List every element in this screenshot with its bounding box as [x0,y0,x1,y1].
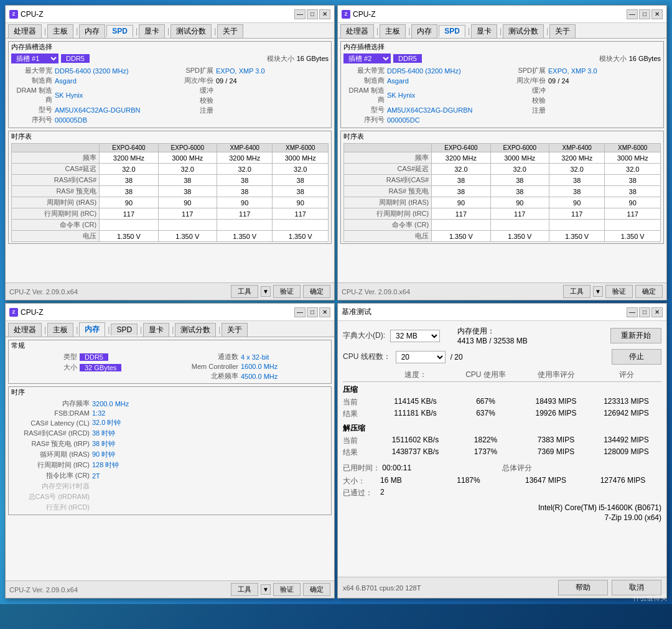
col-speed: 速度： [380,370,450,380]
spd-ext-value-1: EXPO, XMP 3.0 [216,67,265,75]
slot-section-title-2: 内存插槽选择 [341,42,663,52]
version-3: CPU-Z Ver. 2.09.0.x64 [9,586,78,594]
compress-result-label: 结果 [343,409,380,419]
tab-board-2[interactable]: 主板 [380,24,406,38]
minimize-btn-2[interactable]: — [627,9,638,19]
window-content-3: 常规 类型 DDR5 大小 32 GBytes [6,337,334,580]
th-xmp6000-1: XMP-6000 [273,144,329,152]
tool-dropdown-3[interactable]: ▼ [261,584,271,595]
stop-btn[interactable]: 停止 [612,349,661,365]
timing-section-3: 时序 内存频率 3200.0 MHz FSB:DRAM 1:32 [8,386,332,515]
tab-spd-2[interactable]: SPD [439,25,465,37]
tab-gpu-3[interactable]: 显卡 [143,323,169,337]
elapsed-label: 已用时间： [343,464,380,472]
reg-label-1: 注册 [172,106,216,115]
benchmark-title-bar: 基准测试 — □ ✕ [338,304,666,321]
cpuz-icon-2: Z [342,10,350,19]
tab-gpu-2[interactable]: 显卡 [471,24,497,38]
ok-btn-1[interactable]: 确定 [303,285,330,298]
tab-bench-3[interactable]: 测试分数 [175,323,216,337]
dram-mfr-value-1: SK Hynix [55,91,83,99]
tab-board-1[interactable]: 主板 [47,24,73,38]
decompress-title: 解压缩 [343,423,661,434]
verify-btn-3[interactable]: 验证 [273,583,301,596]
dict-size-select[interactable]: 32 MB [390,330,440,342]
tool-btn-3[interactable]: 工具 [231,583,258,596]
tab-memory-3[interactable]: 内存 [79,322,105,337]
tab-about-2[interactable]: 关于 [549,24,576,38]
compress-current-score: 18493 MIPS [521,397,591,408]
cpu-threads-select[interactable]: 20 [396,351,446,363]
mfr-label-1: 制造商 [11,76,55,85]
tool-dropdown-1[interactable]: ▼ [261,286,271,297]
tool-btn-1[interactable]: 工具 [231,285,258,298]
tab-spd-1[interactable]: SPD [106,25,133,37]
tab-bar-1: 处理器 | 主板 | 内存 SPD | 显卡 | 测试分数 | 关于 [6,23,334,39]
cpuz-icon-3: Z [9,308,18,317]
tab-board-3[interactable]: 主板 [47,323,73,337]
decompress-result-label: 结果 [343,447,380,458]
decompress-result-cpu: 1737% [450,447,521,458]
bench-content: 字典大小(D): 32 MB 内存使用： 4413 MB / 32538 MB … [338,321,666,577]
tab-memory-1[interactable]: 内存 [79,24,105,38]
verify-btn-1[interactable]: 验证 [273,285,301,298]
cpu-name: Intel(R) Core(TM) i5-14600K (B0671) [343,503,661,512]
tab-bar-3: 处理器 | 主板 | 内存 | SPD | 显卡 | 测试分数 | 关于 [6,321,334,337]
ok-btn-2[interactable]: 确定 [635,285,663,298]
footer-3: CPU-Z Ver. 2.09.0.x64 工具 ▼ 验证 确定 [6,580,334,598]
help-btn[interactable]: 帮助 [558,580,608,595]
tab-bench-1[interactable]: 测试分数 [170,24,212,38]
dram-mfr-label-1: DRAM 制造商 [11,86,55,105]
maximize-btn-3[interactable]: □ [307,307,318,317]
maximize-btn-2[interactable]: □ [639,9,650,19]
timing-section-2: 时序表 EXPO-6400 EXPO-6000 XMP-6400 XMP-600… [340,131,664,244]
tab-processor-2[interactable]: 处理器 [340,24,374,38]
window-title-2: CPU-Z [353,10,376,19]
benchmark-title: 基准测试 [342,307,371,317]
tab-about-3[interactable]: 关于 [222,323,248,337]
slot-select-2[interactable]: 插槽 #2 [343,54,391,63]
slot-section-title-1: 内存插槽选择 [9,42,331,52]
close-btn-1[interactable]: ✕ [319,9,330,19]
spd-ext-label-1: SPD扩展 [172,66,216,75]
ok-btn-3[interactable]: 确定 [303,583,330,596]
th-xmp6400-1: XMP-6400 [217,144,272,152]
col-cpu: CPU 使用率 [450,370,521,380]
timing-table-2: EXPO-6400 EXPO-6000 XMP-6400 XMP-6000 频率… [343,143,661,242]
close-btn-3[interactable]: ✕ [319,307,330,317]
tab-gpu-1[interactable]: 显卡 [139,24,165,38]
tab-processor-3[interactable]: 处理器 [8,323,42,337]
passed-value: 2 [380,488,385,498]
tab-processor-1[interactable]: 处理器 [8,24,42,38]
checksum-label-1: 校验 [172,96,216,105]
close-btn-bench[interactable]: ✕ [651,307,663,317]
cpu-threads-label: CPU 线程数： [343,352,391,362]
close-btn-2[interactable]: ✕ [651,9,663,19]
minimize-btn-3[interactable]: — [294,307,306,317]
decompress-result-score: 7369 MIPS [521,447,591,458]
compress-result-rating: 126942 MIPS [591,409,661,419]
minimize-btn-1[interactable]: — [294,9,306,19]
maximize-btn-bench[interactable]: □ [639,307,650,317]
window-title-3: CPU-Z [21,308,44,317]
serial-label-1: 序列号 [11,115,55,124]
tool-btn-2[interactable]: 工具 [563,285,590,298]
tab-bench-2[interactable]: 测试分数 [503,24,544,38]
slot-section-1: 内存插槽选择 插槽 #1 DDR5 模块大小 16 GBytes 最大带宽 [8,41,332,128]
verify-btn-2[interactable]: 验证 [605,285,633,298]
tool-dropdown-2[interactable]: ▼ [593,286,603,297]
slot-select-1[interactable]: 插槽 #1 [11,54,58,63]
tab-spd-3[interactable]: SPD [111,324,138,335]
zip-version: 7-Zip 19.00 (x64) [343,513,661,522]
restart-btn[interactable]: 重新开始 [610,328,661,343]
cpuz-window-top-right: Z CPU-Z — □ ✕ 处理器 | 主板 | 内存 SPD | 显卡 | 测… [337,5,667,301]
timing-table-1: EXPO-6400 EXPO-6000 XMP-6400 XMP-6000 频率… [11,143,329,242]
minimize-btn-bench[interactable]: — [627,307,638,317]
window-content-2: 内存插槽选择 插槽 #2 DDR5 模块大小 16 GBytes 最大带宽 [338,39,666,282]
tab-memory-2[interactable]: 内存 [411,24,437,38]
module-size-label-1: 模块大小 [267,54,294,63]
maximize-btn-1[interactable]: □ [307,9,318,19]
tab-about-1[interactable]: 关于 [217,24,243,38]
cpuz-window-bottom-left: Z CPU-Z — □ ✕ 处理器 | 主板 | 内存 | SPD | 显卡 |… [5,303,335,599]
timing-section-1: 时序表 EXPO-6400 EXPO-6000 XMP-6400 XMP-600… [8,131,332,244]
